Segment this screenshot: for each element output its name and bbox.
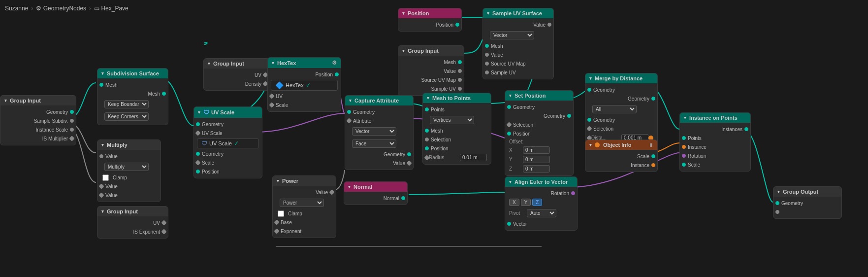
socket-geo2-in[interactable] <box>196 152 200 156</box>
socket-instance-scale-out[interactable] <box>70 128 74 132</box>
cap-domain-select[interactable]: Face <box>352 139 396 148</box>
breadcrumb-geo-nodes[interactable]: ⚙ GeometryNodes <box>36 5 86 12</box>
node-header-capture[interactable]: ▾ Capture Attribute <box>345 96 413 105</box>
mtp-mode-select[interactable]: Vertices <box>430 116 474 124</box>
socket-iop-inst-out[interactable] <box>744 127 748 131</box>
node-header-merge-distance[interactable]: ▾ Merge by Distance <box>585 73 657 83</box>
hextex-settings-icon[interactable]: ⚙ <box>332 60 337 66</box>
node-header-power[interactable]: ▾ Power <box>273 176 336 186</box>
keep-boundaries-select[interactable]: Keep Boundaries <box>104 100 149 108</box>
socket-mesh-out[interactable] <box>162 92 166 96</box>
socket-suv-mesh-in[interactable] <box>485 44 489 48</box>
clamp-checkbox[interactable] <box>102 174 109 181</box>
radius-field[interactable] <box>460 154 487 161</box>
socket-mtp-mesh-in[interactable] <box>425 129 429 133</box>
node-header-instance-on-points[interactable]: ▾ Instance on Points <box>680 113 750 123</box>
socket-capval-out[interactable] <box>406 160 412 166</box>
node-align-euler: ▾ Align Euler to Vector Rotation X Y Z P… <box>505 176 578 231</box>
socket-mbd-geo-in[interactable] <box>587 88 591 92</box>
socket-go-extra-in[interactable] <box>775 210 779 214</box>
socket-iop-inst-in[interactable] <box>682 145 686 149</box>
socket-position-out[interactable] <box>455 23 459 27</box>
socket-val-out[interactable] <box>329 189 334 195</box>
cap-type-select[interactable]: Vector <box>352 127 396 136</box>
node-header-object-info[interactable]: ▾ Object Info ⏸ <box>585 140 657 150</box>
socket-sp-geo-out[interactable] <box>567 114 571 118</box>
socket-pos-out[interactable] <box>335 72 339 76</box>
socket-capgeo-in[interactable] <box>347 110 351 114</box>
node-header-group-output[interactable]: ▾ Group Output <box>773 187 841 197</box>
socket-sp-pos-in[interactable] <box>507 132 511 136</box>
node-header-subdivision[interactable]: ▾ Subdivision Surface <box>97 69 168 78</box>
node-header-group-input-1[interactable]: ▾ Group Input <box>0 96 76 105</box>
socket-mbd-geo2-in[interactable] <box>587 118 591 122</box>
node-canvas[interactable]: Suzanne › ⚙ GeometryNodes › ▭ Hex_Pave <box>0 0 868 277</box>
socket-suv-uvmap-in[interactable] <box>485 62 489 66</box>
multiply-mode-select[interactable]: Multiply <box>104 163 149 171</box>
node-header-hextex[interactable]: ▾ HexTex ⚙ <box>268 58 341 68</box>
socket-ae-vec-in[interactable] <box>507 222 511 226</box>
node-header-group-input-3[interactable]: ▾ Group Input <box>204 59 269 69</box>
offset-x-field[interactable] <box>523 146 550 154</box>
socket-suv-value-in[interactable] <box>485 53 489 57</box>
socket-sampleuv-out[interactable] <box>458 87 462 91</box>
node-instance-on-points: ▾ Instance on Points Instances Points In… <box>679 112 751 172</box>
socket-sample-subdiv-out[interactable] <box>70 119 74 123</box>
socket-geometry-out[interactable] <box>70 110 74 114</box>
socket-normal-out[interactable] <box>401 196 405 200</box>
pivot-select[interactable]: Auto <box>527 209 556 217</box>
socket-mesh-in[interactable] <box>99 83 103 87</box>
socket-go-geo-in[interactable] <box>775 201 779 205</box>
breadcrumb-hex-pave[interactable]: ▭ Hex_Pave <box>94 5 129 12</box>
socket-pos-in[interactable] <box>196 170 200 173</box>
power-clamp-checkbox[interactable] <box>278 210 284 217</box>
suv-type-select[interactable]: Vector <box>490 31 534 39</box>
mbd-mode-select[interactable]: All <box>592 105 637 113</box>
breadcrumb-suzanne[interactable]: Suzanne <box>5 5 28 12</box>
socket-mtp-sel-in[interactable] <box>425 138 429 141</box>
node-hextex: ▾ HexTex ⚙ Position 🔷 HexTex ✓ UV Scale <box>267 57 341 112</box>
socket-mtp-pos-in[interactable] <box>425 146 429 150</box>
node-header-position[interactable]: ▾ Position <box>398 8 461 18</box>
node-header-multiply[interactable]: ▾ Multiply <box>97 140 161 150</box>
x-btn[interactable]: X <box>509 199 519 206</box>
socket-suv-sampleuv-in[interactable] <box>485 70 489 74</box>
socket-iop-pts-in[interactable] <box>682 136 686 140</box>
socket-uvmap-out[interactable] <box>458 78 462 82</box>
socket-oi-scale-out[interactable] <box>651 154 655 158</box>
node-header-group-input-4[interactable]: ▾ Group Input <box>398 46 464 56</box>
socket-is-multiplier-out[interactable] <box>69 136 74 141</box>
offset-z-field[interactable] <box>523 165 550 173</box>
socket-is-exp-out[interactable] <box>161 229 166 234</box>
socket-mtp-geo-in[interactable] <box>425 107 429 111</box>
socket-capgeo-out[interactable] <box>407 152 411 156</box>
node-header-uv-scale[interactable]: ▾ 🛡 UV Scale <box>194 107 262 118</box>
node-header-set-position[interactable]: ▾ Set Position <box>505 91 573 101</box>
socket-suv-val-out[interactable] <box>547 23 551 27</box>
socket-oi-instance-out[interactable] <box>651 163 655 167</box>
socket-sp-geo-in[interactable] <box>507 105 511 109</box>
socket-geo-in[interactable] <box>196 122 200 126</box>
socket-iop-scale-in[interactable] <box>682 163 686 167</box>
node-header-mesh-to-points[interactable]: ▾ Mesh to Points <box>423 93 491 103</box>
check-icon2: ✓ <box>306 82 311 89</box>
socket-mesh4-out[interactable] <box>458 60 462 64</box>
power-mode-select[interactable]: Power <box>280 199 324 207</box>
node-header-normal[interactable]: ▾ Normal <box>344 182 407 192</box>
socket-mbd-geo-out[interactable] <box>651 97 655 101</box>
z-btn[interactable]: Z <box>532 199 542 206</box>
node-set-position: ▾ Set Position Geometry Geometry Selecti… <box>505 90 574 176</box>
keep-corners-select[interactable]: Keep Corners <box>104 112 149 121</box>
node-header-group-input-2[interactable]: ▾ Group Input <box>97 207 168 216</box>
socket-uv-out[interactable] <box>161 220 166 225</box>
socket-value-in[interactable] <box>99 154 103 158</box>
y-btn[interactable]: Y <box>521 199 531 206</box>
socket-ae-rot-out[interactable] <box>571 191 575 195</box>
node-header-sample-uv[interactable]: ▾ Sample UV Surface <box>483 8 553 18</box>
node-group-input-3: ▾ Group Input UV Density <box>203 58 270 91</box>
socket-iop-rot-in[interactable] <box>682 154 686 158</box>
uv-scale-preview: 🛡 UV Scale ✓ <box>197 138 259 148</box>
offset-y-field[interactable] <box>523 156 550 163</box>
socket-value4-out[interactable] <box>458 69 462 73</box>
node-header-align-euler[interactable]: ▾ Align Euler to Vector <box>505 177 577 187</box>
